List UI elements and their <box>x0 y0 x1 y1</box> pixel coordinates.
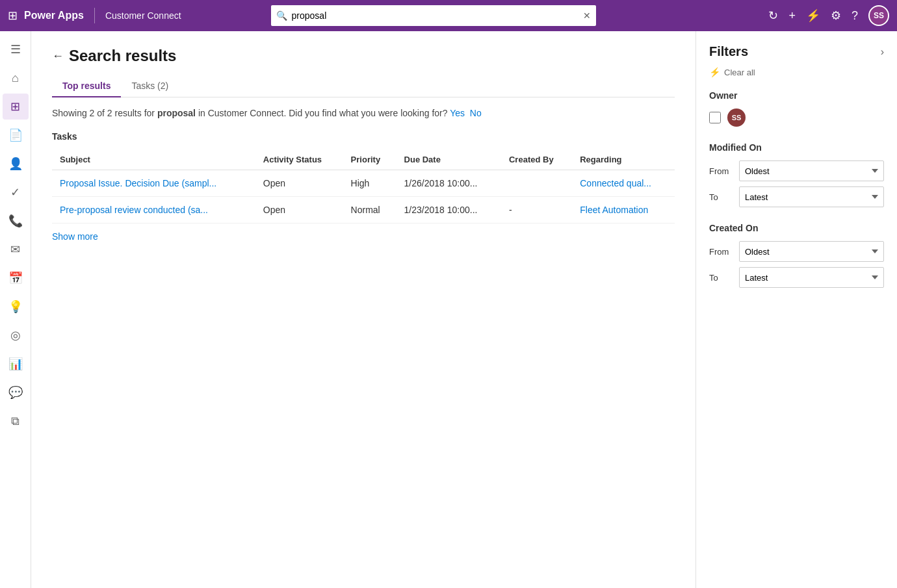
filter-panel: Filters › ⚡ Clear all Owner SS Modified … <box>696 31 897 588</box>
sidebar-item-collections[interactable]: ◎ <box>3 322 29 348</box>
sidebar-item-documents[interactable]: 📄 <box>3 122 29 148</box>
col-regarding: Regarding <box>572 149 675 170</box>
sidebar-item-contacts[interactable]: 👤 <box>3 151 29 177</box>
search-clear-icon[interactable]: ✕ <box>583 10 591 21</box>
modified-from-label: From <box>709 166 733 176</box>
app-label: Customer Connect <box>105 10 181 21</box>
add-icon[interactable]: + <box>788 9 796 23</box>
col-created-by: Created By <box>501 149 572 170</box>
owner-checkbox[interactable] <box>709 112 721 123</box>
tasks-table: Subject Activity Status Priority Due Dat… <box>52 149 675 224</box>
row1-status: Open <box>255 170 343 197</box>
sidebar-item-dashboard[interactable]: ⊞ <box>3 94 29 120</box>
row1-regarding-link[interactable]: Connected qual... <box>580 178 651 188</box>
modified-from-row: From Oldest Latest <box>709 160 884 181</box>
summary-middle: in Customer Connect. Did you find what y… <box>196 108 448 118</box>
filter-title: Filters <box>709 44 748 59</box>
row1-subject-link[interactable]: Proposal Issue. Decision Due (sampl... <box>60 178 216 188</box>
col-due-date: Due Date <box>396 149 501 170</box>
created-to-select[interactable]: Oldest Latest <box>739 267 884 288</box>
modified-from-select[interactable]: Oldest Latest <box>739 160 884 181</box>
results-summary: Showing 2 of 2 results for proposal in C… <box>52 108 675 118</box>
search-icon: 🔍 <box>276 10 287 21</box>
content-area: ← Search results Top results Tasks (2) S… <box>31 31 897 588</box>
row2-subject: Pre-proposal review conducted (sa... <box>52 197 255 224</box>
created-to-label: To <box>709 273 733 283</box>
sidebar-item-email[interactable]: ✉ <box>3 236 29 262</box>
row1-due-date: 1/26/2018 10:00... <box>396 170 501 197</box>
row2-due-date: 1/23/2018 10:00... <box>396 197 501 224</box>
summary-prefix: Showing 2 of 2 results for <box>52 108 157 118</box>
modified-to-label: To <box>709 192 733 202</box>
filter-header: Filters › <box>709 44 884 59</box>
summary-keyword: proposal <box>157 108 196 118</box>
row1-regarding: Connected qual... <box>572 170 675 197</box>
tab-bar: Top results Tasks (2) <box>52 75 675 97</box>
filter-created-on-title: Created On <box>709 223 884 233</box>
refresh-icon[interactable]: ↻ <box>768 8 778 23</box>
nav-actions: ↻ + ⚡ ⚙ ? SS <box>768 5 889 26</box>
modified-to-row: To Oldest Latest <box>709 186 884 207</box>
row2-regarding: Fleet Automation <box>572 197 675 224</box>
table-row: Proposal Issue. Decision Due (sampl... O… <box>52 170 675 197</box>
col-priority: Priority <box>343 149 396 170</box>
clear-all-label: Clear all <box>724 68 755 77</box>
row2-created-by: - <box>501 197 572 224</box>
row2-regarding-link[interactable]: Fleet Automation <box>580 205 648 215</box>
no-link[interactable]: No <box>470 108 482 118</box>
main-layout: ☰ ⌂ ⊞ 📄 👤 ✓ 📞 ✉ 📅 💡 ◎ 📊 💬 ⧉ ← Search res… <box>0 31 897 588</box>
page-title: Search results <box>69 47 176 65</box>
sidebar: ☰ ⌂ ⊞ 📄 👤 ✓ 📞 ✉ 📅 💡 ◎ 📊 💬 ⧉ <box>0 31 31 588</box>
nav-divider <box>94 8 95 23</box>
owner-avatar: SS <box>727 109 746 127</box>
search-input[interactable] <box>271 5 596 26</box>
back-header: ← Search results <box>52 47 675 65</box>
main-content: ← Search results Top results Tasks (2) S… <box>31 31 696 588</box>
sidebar-item-activities[interactable]: ✓ <box>3 179 29 205</box>
col-subject: Subject <box>52 149 255 170</box>
sidebar-item-home[interactable]: ⌂ <box>3 65 29 91</box>
tab-top-results[interactable]: Top results <box>52 75 121 97</box>
filter-owner-section: Owner SS <box>709 90 884 127</box>
sidebar-item-reports[interactable]: 📊 <box>3 351 29 377</box>
row2-subject-link[interactable]: Pre-proposal review conducted (sa... <box>60 205 208 215</box>
user-avatar[interactable]: SS <box>868 5 889 26</box>
sidebar-item-menu[interactable]: ☰ <box>3 36 29 62</box>
filter-icon[interactable]: ⚡ <box>806 8 820 23</box>
created-from-label: From <box>709 247 733 257</box>
row2-status: Open <box>255 197 343 224</box>
row2-priority: Normal <box>343 197 396 224</box>
back-button[interactable]: ← <box>52 49 64 63</box>
clear-all-icon: ⚡ <box>709 67 720 77</box>
owner-row: SS <box>709 109 884 127</box>
sidebar-item-apps[interactable]: ⧉ <box>3 408 29 434</box>
sidebar-item-phone[interactable]: 📞 <box>3 208 29 234</box>
created-to-row: To Oldest Latest <box>709 267 884 288</box>
table-row: Pre-proposal review conducted (sa... Ope… <box>52 197 675 224</box>
filter-chevron-icon[interactable]: › <box>881 46 884 58</box>
created-from-row: From Oldest Latest <box>709 241 884 262</box>
grid-menu-icon[interactable]: ⊞ <box>8 8 18 23</box>
filter-created-on-section: Created On From Oldest Latest To Oldest … <box>709 223 884 288</box>
settings-icon[interactable]: ⚙ <box>831 8 841 23</box>
app-name: Power Apps <box>24 10 84 21</box>
row1-created-by <box>501 170 572 197</box>
sidebar-item-calendar[interactable]: 📅 <box>3 265 29 291</box>
sidebar-item-chat[interactable]: 💬 <box>3 379 29 405</box>
yes-link[interactable]: Yes <box>450 108 465 118</box>
created-from-select[interactable]: Oldest Latest <box>739 241 884 262</box>
tab-tasks[interactable]: Tasks (2) <box>121 75 179 97</box>
clear-all-button[interactable]: ⚡ Clear all <box>709 67 884 77</box>
sidebar-item-insights[interactable]: 💡 <box>3 294 29 320</box>
help-icon[interactable]: ? <box>852 9 858 23</box>
modified-to-select[interactable]: Oldest Latest <box>739 186 884 207</box>
search-container: 🔍 ✕ <box>271 5 596 26</box>
col-activity-status: Activity Status <box>255 149 343 170</box>
tasks-section-title: Tasks <box>52 131 675 142</box>
row1-priority: High <box>343 170 396 197</box>
filter-modified-on-section: Modified On From Oldest Latest To Oldest… <box>709 142 884 207</box>
top-navigation: ⊞ Power Apps Customer Connect 🔍 ✕ ↻ + ⚡ … <box>0 0 897 31</box>
row1-subject: Proposal Issue. Decision Due (sampl... <box>52 170 255 197</box>
filter-modified-on-title: Modified On <box>709 142 884 153</box>
show-more-button[interactable]: Show more <box>52 231 675 242</box>
